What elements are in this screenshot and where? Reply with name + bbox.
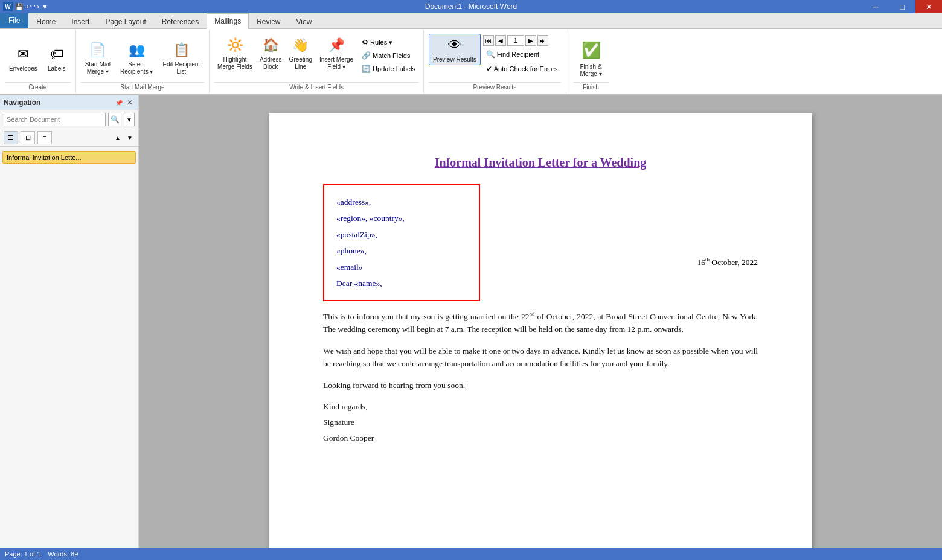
start-mail-merge-label: Start MailMerge ▾: [85, 61, 111, 75]
app-icon: W: [3, 2, 13, 11]
nav-pin-btn[interactable]: 📌: [114, 98, 124, 107]
labels-btn[interactable]: 🏷 Labels: [43, 43, 71, 74]
page-number-input[interactable]: [507, 35, 524, 46]
word-count: Words: 89: [48, 550, 78, 558]
paragraph-3: Looking forward to hearing from you soon…: [323, 379, 758, 392]
rules-btn[interactable]: ⚙ Rules ▾: [359, 36, 418, 48]
page-last-btn[interactable]: ⏭: [537, 35, 548, 46]
merge-postal: «postalZip»,: [336, 226, 467, 243]
nav-item-invitation[interactable]: Informal Invitation Lette...: [2, 151, 136, 164]
start-mail-merge-group-label: Start Mail Merge: [81, 82, 204, 92]
merge-dear: Dear «name»,: [336, 275, 467, 291]
nav-view-btns: ☰ ⊞ ≡ ▲ ▼: [0, 129, 138, 147]
merge-email: «email»: [336, 259, 467, 275]
rules-label: Rules ▾: [370, 39, 392, 46]
greeting-line-btn[interactable]: 👋 GreetingLine: [286, 34, 315, 72]
merge-phone: «phone»,: [336, 243, 467, 259]
preview-group-label: Preview Results: [429, 82, 560, 92]
match-fields-btn[interactable]: 🔗 Match Fields: [359, 49, 418, 62]
nav-results-view-btn[interactable]: ≡: [37, 131, 52, 144]
redo-quick-btn[interactable]: ↪: [34, 3, 39, 11]
main-document-area: Informal Invitation Letter for a Wedding…: [139, 95, 942, 548]
finish-merge-btn[interactable]: ✅ Finish &Merge ▾: [574, 35, 609, 81]
nav-prev-btn[interactable]: ▲: [113, 133, 123, 142]
paragraph-1: This is to inform you that my son is get…: [323, 310, 758, 336]
search-icon-btn[interactable]: 🔍: [108, 113, 121, 126]
labels-label: Labels: [48, 65, 65, 72]
envelopes-label: Envelopes: [9, 65, 37, 72]
finish-group-label: Finish: [574, 82, 609, 92]
start-mail-merge-btn[interactable]: 📄 Start MailMerge ▾: [81, 39, 115, 77]
document-title: Informal Invitation Letter for a Wedding: [323, 156, 758, 170]
nav-items-list: Informal Invitation Lette...: [0, 147, 138, 168]
nav-next-btn[interactable]: ▼: [125, 133, 135, 142]
tab-mailings[interactable]: Mailings: [207, 13, 249, 29]
tab-page-layout[interactable]: Page Layout: [97, 14, 153, 28]
page-next-btn[interactable]: ▶: [525, 35, 536, 46]
tab-insert[interactable]: Insert: [63, 14, 97, 28]
undo-quick-btn[interactable]: ↩: [26, 3, 31, 11]
navigation-pane: Navigation 📌 ✕ 🔍 ▼ ☰ ⊞ ≡ ▲ ▼ Informal In…: [0, 95, 139, 548]
address-block-label: AddressBlock: [260, 56, 282, 71]
tab-review[interactable]: Review: [249, 14, 288, 28]
nav-pane-title: Navigation: [4, 98, 40, 107]
edit-recipient-list-btn[interactable]: 📋 Edit RecipientList: [158, 39, 204, 77]
nav-close-btn[interactable]: ✕: [125, 98, 135, 107]
highlight-label: HighlightMerge Fields: [217, 56, 252, 71]
greeting-line-label: GreetingLine: [289, 56, 312, 71]
window-title: Document1 - Microsoft Word: [425, 2, 517, 11]
insert-merge-field-btn[interactable]: 📌 Insert MergeField ▾: [316, 34, 356, 72]
select-recipients-label: SelectRecipients ▾: [120, 61, 153, 75]
maximize-btn[interactable]: □: [889, 0, 915, 13]
auto-check-errors-btn[interactable]: ✔ Auto Check for Errors: [483, 63, 561, 75]
page-first-btn[interactable]: ⏮: [483, 35, 494, 46]
merge-region: «region», «country»,: [336, 210, 467, 226]
envelopes-btn[interactable]: ✉ Envelopes: [5, 43, 42, 74]
sender-name: Gordon Cooper: [323, 431, 758, 445]
nav-search-bar: 🔍 ▼: [0, 110, 138, 129]
ribbon-group-start-mail-merge: 📄 Start MailMerge ▾ 👥 SelectRecipients ▾…: [76, 30, 210, 93]
auto-check-errors-label: Auto Check for Errors: [494, 65, 558, 72]
find-recipient-btn[interactable]: 🔍 Find Recipient: [483, 48, 561, 60]
document-page: Informal Invitation Letter for a Wedding…: [269, 113, 812, 548]
nav-pane-header: Navigation 📌 ✕: [0, 95, 138, 110]
search-document-input[interactable]: [4, 113, 106, 126]
page-info: Page: 1 of 1: [5, 550, 40, 558]
nav-page-view-btn[interactable]: ⊞: [21, 131, 35, 144]
close-btn[interactable]: ✕: [915, 0, 942, 13]
address-block-btn[interactable]: 🏠 AddressBlock: [257, 34, 285, 72]
tab-file[interactable]: File: [0, 13, 28, 28]
tab-home[interactable]: Home: [28, 14, 63, 28]
signature: Signature: [323, 416, 758, 429]
merge-address: «address»,: [336, 194, 467, 210]
highlight-merge-fields-btn[interactable]: 🔆 HighlightMerge Fields: [214, 34, 255, 72]
finish-merge-label: Finish &Merge ▾: [580, 63, 601, 78]
title-bar: W 💾 ↩ ↪ ▼ Document1 - Microsoft Word ─ □…: [0, 0, 942, 13]
tab-references[interactable]: References: [154, 14, 207, 28]
document-date: 16th October, 2022: [697, 256, 758, 267]
ribbon-group-write-insert: 🔆 HighlightMerge Fields 🏠 AddressBlock 👋…: [210, 30, 424, 93]
preview-results-btn[interactable]: 👁 Preview Results: [429, 34, 481, 65]
save-quick-btn[interactable]: 💾: [15, 3, 24, 11]
create-group-label: Create: [5, 82, 71, 92]
select-recipients-btn[interactable]: 👥 SelectRecipients ▾: [116, 39, 157, 77]
update-labels-label: Update Labels: [373, 65, 415, 72]
update-labels-btn[interactable]: 🔄 Update Labels: [359, 63, 418, 75]
customize-quick-btn[interactable]: ▼: [42, 3, 48, 10]
ribbon-tabs: File Home Insert Page Layout References …: [0, 13, 942, 29]
ribbon: ✉ Envelopes 🏷 Labels Create 📄 Start Mail…: [0, 29, 942, 95]
preview-results-label: Preview Results: [433, 56, 476, 63]
nav-heading-view-btn[interactable]: ☰: [4, 131, 18, 144]
ribbon-group-create: ✉ Envelopes 🏷 Labels Create: [0, 30, 76, 93]
page-prev-btn[interactable]: ◀: [495, 35, 506, 46]
paragraph-2: We wish and hope that you will be able t…: [323, 345, 758, 371]
address-merge-block: «address», «region», «country», «postalZ…: [323, 184, 480, 301]
search-dropdown-btn[interactable]: ▼: [124, 113, 135, 126]
minimize-btn[interactable]: ─: [862, 0, 889, 13]
ribbon-group-finish: ✅ Finish &Merge ▾ Finish: [566, 30, 616, 93]
match-fields-label: Match Fields: [373, 52, 410, 59]
closing: Kind regards,: [323, 400, 758, 413]
edit-recipient-list-label: Edit RecipientList: [162, 61, 200, 75]
find-recipient-label: Find Recipient: [497, 51, 539, 58]
tab-view[interactable]: View: [289, 14, 320, 28]
